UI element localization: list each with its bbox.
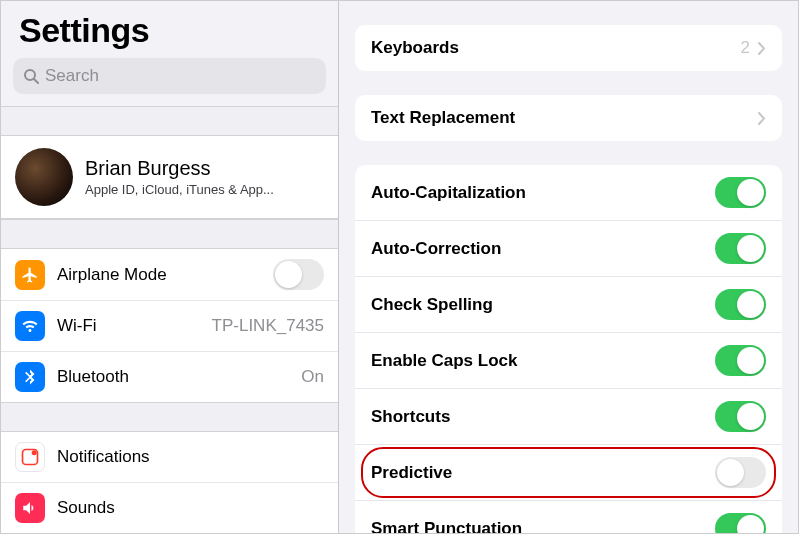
sidebar-item-bluetooth[interactable]: Bluetooth On bbox=[1, 352, 338, 402]
search-input[interactable]: Search bbox=[13, 58, 326, 94]
sounds-icon bbox=[15, 493, 45, 523]
toggle-row-predictive: Predictive bbox=[355, 445, 782, 501]
chevron-right-icon bbox=[758, 112, 766, 125]
alerts-group: Notifications Sounds bbox=[1, 432, 338, 533]
search-icon bbox=[23, 68, 39, 84]
toggle-row-auto-capitalization: Auto-Capitalization bbox=[355, 165, 782, 221]
keyboards-group: Keyboards 2 bbox=[355, 25, 782, 71]
search-placeholder: Search bbox=[45, 66, 99, 86]
detail-pane: Keyboards 2 Text Replacement Auto-Capita… bbox=[339, 1, 798, 533]
text-replacement-group: Text Replacement bbox=[355, 95, 782, 141]
sidebar-item-wifi[interactable]: Wi-Fi TP-LINK_7435 bbox=[1, 301, 338, 352]
svg-line-1 bbox=[34, 79, 38, 83]
row-label: Auto-Capitalization bbox=[371, 183, 715, 203]
row-label: Sounds bbox=[57, 498, 324, 518]
sidebar-item-notifications[interactable]: Notifications bbox=[1, 432, 338, 483]
row-label: Wi-Fi bbox=[57, 316, 212, 336]
row-label: Auto-Correction bbox=[371, 239, 715, 259]
sidebar-item-sounds[interactable]: Sounds bbox=[1, 483, 338, 533]
connectivity-group: Airplane Mode Wi-Fi TP-LINK_7435 Bluetoo… bbox=[1, 249, 338, 402]
toggle-row-enable-caps-lock: Enable Caps Lock bbox=[355, 333, 782, 389]
wifi-value: TP-LINK_7435 bbox=[212, 316, 324, 336]
sidebar-item-airplane[interactable]: Airplane Mode bbox=[1, 249, 338, 301]
auto-capitalization-toggle[interactable] bbox=[715, 177, 766, 208]
row-label: Check Spelling bbox=[371, 295, 715, 315]
bluetooth-value: On bbox=[301, 367, 324, 387]
settings-sidebar: Settings Search Brian Burgess Apple ID, … bbox=[1, 1, 339, 533]
section-spacer bbox=[1, 402, 338, 432]
predictive-toggle[interactable] bbox=[715, 457, 766, 488]
smart-punctuation-toggle[interactable] bbox=[715, 513, 766, 533]
section-spacer bbox=[1, 219, 338, 249]
check-spelling-toggle[interactable] bbox=[715, 289, 766, 320]
enable-caps-lock-toggle[interactable] bbox=[715, 345, 766, 376]
toggle-row-shortcuts: Shortcuts bbox=[355, 389, 782, 445]
keyboards-count: 2 bbox=[741, 38, 750, 58]
row-label: Keyboards bbox=[371, 38, 741, 58]
shortcuts-toggle[interactable] bbox=[715, 401, 766, 432]
chevron-right-icon bbox=[758, 42, 766, 55]
svg-point-3 bbox=[32, 450, 37, 455]
row-label: Predictive bbox=[371, 463, 715, 483]
page-title: Settings bbox=[1, 1, 338, 58]
row-label: Text Replacement bbox=[371, 108, 758, 128]
toggle-row-check-spelling: Check Spelling bbox=[355, 277, 782, 333]
airplane-icon bbox=[15, 260, 45, 290]
keyboards-row[interactable]: Keyboards 2 bbox=[355, 25, 782, 71]
auto-correction-toggle[interactable] bbox=[715, 233, 766, 264]
search-wrap: Search bbox=[1, 58, 338, 106]
text-replacement-row[interactable]: Text Replacement bbox=[355, 95, 782, 141]
row-label: Bluetooth bbox=[57, 367, 301, 387]
toggle-row-auto-correction: Auto-Correction bbox=[355, 221, 782, 277]
keyboard-toggles-group: Auto-Capitalization Auto-Correction Chec… bbox=[355, 165, 782, 533]
row-label: Smart Punctuation bbox=[371, 519, 715, 534]
account-name: Brian Burgess bbox=[85, 157, 274, 180]
account-row[interactable]: Brian Burgess Apple ID, iCloud, iTunes &… bbox=[1, 136, 338, 219]
bluetooth-icon bbox=[15, 362, 45, 392]
row-label: Shortcuts bbox=[371, 407, 715, 427]
row-label: Notifications bbox=[57, 447, 324, 467]
wifi-icon bbox=[15, 311, 45, 341]
toggle-row-smart-punctuation: Smart Punctuation bbox=[355, 501, 782, 533]
section-spacer bbox=[1, 106, 338, 136]
row-label: Airplane Mode bbox=[57, 265, 273, 285]
notifications-icon bbox=[15, 442, 45, 472]
account-subtitle: Apple ID, iCloud, iTunes & App... bbox=[85, 182, 274, 197]
airplane-toggle[interactable] bbox=[273, 259, 324, 290]
avatar bbox=[15, 148, 73, 206]
row-label: Enable Caps Lock bbox=[371, 351, 715, 371]
